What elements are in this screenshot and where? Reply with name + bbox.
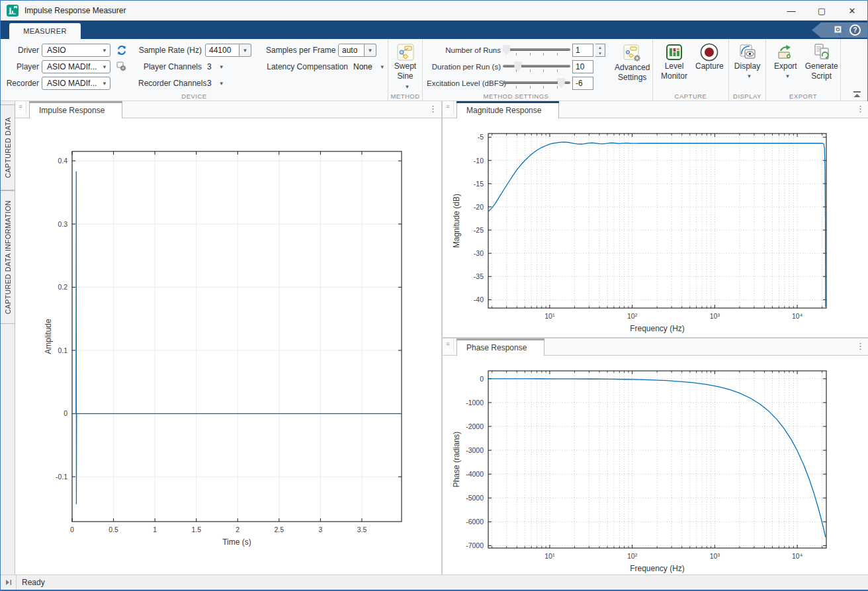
window-title: Impulse Response Measurer	[24, 6, 126, 15]
svg-text:Amplitude: Amplitude	[44, 319, 53, 354]
advanced-settings-button[interactable]: Advanced Settings	[611, 43, 654, 91]
chevron-down-icon: ▼	[215, 64, 224, 70]
slider-thumb[interactable]	[503, 45, 510, 55]
driver-dropdown[interactable]: ASIO▼	[42, 44, 110, 57]
svg-text:10²: 10²	[627, 552, 638, 560]
number-of-runs-slider[interactable]	[503, 44, 570, 57]
swept-sine-button[interactable]: Swept Sine ▼	[390, 42, 421, 93]
player-channels-value: 3	[207, 62, 212, 71]
chevron-down-icon[interactable]: ▼	[239, 44, 251, 57]
number-of-runs-field[interactable]: 1	[572, 44, 593, 57]
player-channels-dropdown[interactable]: 3▼	[207, 62, 224, 71]
sample-rate-value[interactable]: 44100	[205, 44, 239, 57]
panel-grip-icon[interactable]: ≡	[15, 101, 26, 114]
slider-thumb[interactable]	[558, 78, 565, 88]
minimize-button[interactable]: —	[776, 1, 806, 20]
section-label-export: EXPORT	[766, 93, 840, 100]
panel-menu-kebab-icon[interactable]: ⋮	[856, 104, 865, 114]
swept-sine-label-line1: Swept	[394, 61, 416, 71]
excitation-level-slider[interactable]	[503, 77, 570, 90]
svg-text:0.4: 0.4	[58, 157, 67, 165]
export-label: Export	[774, 61, 797, 71]
svg-text:10¹: 10¹	[544, 552, 555, 560]
recorder-channels-label: Recorder Channels	[138, 79, 202, 88]
svg-text:3: 3	[318, 526, 322, 533]
export-button[interactable]: Export ▼	[770, 42, 801, 83]
driver-value: ASIO	[47, 46, 66, 55]
svg-text:-15: -15	[474, 180, 484, 188]
svg-text:-5000: -5000	[466, 494, 484, 502]
svg-text:0.3: 0.3	[58, 220, 67, 228]
generate-script-button[interactable]: Generate Script	[801, 42, 842, 83]
latency-compensation-dropdown[interactable]: None▼	[353, 62, 385, 71]
status-expand-icon[interactable]	[1, 575, 17, 590]
chevron-down-icon: ▼	[98, 64, 107, 70]
export-icon	[775, 43, 795, 61]
tab-measurer[interactable]: MEASURER	[9, 23, 81, 39]
svg-text:1.5: 1.5	[191, 526, 201, 533]
chevron-down-icon[interactable]: ▼	[365, 44, 376, 57]
tab-impulse-response[interactable]: Impulse Response	[29, 101, 122, 118]
restore-defaults-icon[interactable]	[833, 24, 844, 36]
svg-text:2: 2	[236, 526, 239, 533]
svg-text:Magnitude (dB): Magnitude (dB)	[452, 194, 461, 248]
advanced-settings-label-line2: Settings	[618, 73, 646, 83]
impulse-response-panel: ≡ Impulse Response ⋮ ••• 00.511.522.533.…	[15, 101, 441, 574]
display-button[interactable]: Display ▼	[733, 42, 761, 83]
svg-text:Time (s): Time (s)	[222, 537, 251, 547]
device-settings-gear-icon[interactable]	[116, 61, 128, 72]
magnitude-response-plot: 10¹10²10³10⁴-40-35-30-25-20-15-10-5Frequ…	[443, 118, 868, 337]
svg-text:-10: -10	[474, 157, 484, 165]
section-method: Swept Sine ▼ METHOD	[388, 39, 423, 100]
sample-rate-label: Sample Rate (Hz)	[138, 46, 202, 55]
svg-text:-7000: -7000	[466, 541, 484, 549]
tab-phase-response[interactable]: Phase Response	[456, 338, 544, 356]
sidebar-item-captured-data[interactable]: CAPTURED DATA	[1, 104, 15, 190]
slider-thumb[interactable]	[514, 61, 521, 71]
level-monitor-icon	[664, 43, 684, 61]
close-button[interactable]: ✕	[837, 1, 867, 20]
help-icon[interactable]: ?	[849, 24, 861, 36]
duration-per-run-slider[interactable]	[503, 60, 570, 73]
refresh-icon[interactable]	[116, 45, 128, 56]
panel-grip-icon[interactable]: ≡	[443, 101, 454, 114]
panel-menu-kebab-icon[interactable]: ⋮	[856, 341, 865, 352]
recorder-dropdown[interactable]: ASIO MADIf...▼	[42, 77, 110, 90]
collapse-ribbon-button[interactable]	[851, 91, 862, 98]
tab-magnitude-response[interactable]: Magnitude Response	[456, 101, 559, 118]
section-label-device: DEVICE	[1, 93, 388, 100]
capture-button[interactable]: Capture	[691, 42, 728, 83]
svg-text:-3000: -3000	[466, 446, 484, 454]
player-channels-label: Player Channels	[138, 62, 202, 71]
sidebar-item-captured-data-information[interactable]: CAPTURED DATA INFORMATION	[1, 190, 15, 324]
panel-menu-kebab-icon[interactable]: ⋮	[429, 104, 437, 114]
excitation-level-field[interactable]: -6	[572, 77, 593, 90]
section-label-capture: CAPTURE	[653, 93, 728, 100]
recorder-channels-dropdown[interactable]: 3▼	[207, 79, 224, 88]
duration-per-run-label: Duration per Run (s)	[427, 63, 501, 71]
number-of-runs-spinner[interactable]: ▲▼	[595, 44, 605, 57]
maximize-button[interactable]: ▢	[806, 1, 837, 20]
player-label: Player	[5, 62, 39, 71]
level-monitor-button[interactable]: Level Monitor	[657, 42, 691, 83]
panel-grip-icon[interactable]: ≡	[443, 338, 454, 352]
spinner-up-icon[interactable]: ▲	[595, 44, 605, 50]
spinner-down-icon[interactable]: ▼	[595, 50, 605, 56]
section-method-settings: Number of Runs 1 ▲▼ Duration per Run (s)	[423, 39, 653, 100]
samples-per-frame-label: Samples per Frame	[266, 46, 335, 55]
quick-access-area: ?	[812, 22, 867, 38]
player-dropdown[interactable]: ASIO MADIf...▼	[42, 60, 110, 73]
chevron-down-icon: ▼	[98, 48, 107, 54]
excitation-level-label: Excitation Level (dBFS)	[427, 79, 501, 87]
duration-per-run-field[interactable]: 10	[572, 60, 593, 73]
recorder-value: ASIO MADIf...	[47, 79, 97, 88]
svg-text:-35: -35	[474, 272, 484, 280]
player-value: ASIO MADIf...	[47, 62, 97, 71]
sample-rate-combo[interactable]: 44100 ▼	[205, 44, 251, 57]
section-export: Export ▼ Generate Script	[766, 39, 841, 100]
latency-compensation-label: Latency Compensation	[266, 62, 348, 71]
samples-per-frame-value[interactable]: auto	[338, 44, 365, 57]
svg-text:10³: 10³	[710, 552, 720, 560]
samples-per-frame-combo[interactable]: auto ▼	[338, 44, 376, 57]
swept-sine-icon	[396, 43, 415, 61]
